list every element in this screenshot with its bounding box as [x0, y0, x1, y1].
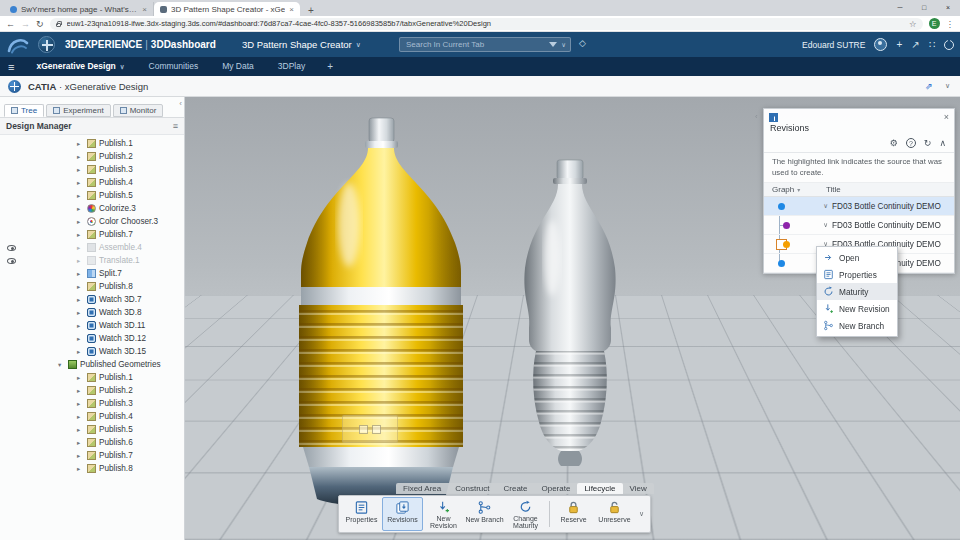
- tree-item[interactable]: ▸ Publish.7: [0, 228, 184, 241]
- bottle-gray[interactable]: [500, 158, 640, 476]
- dashboard-tab[interactable]: 3DPlay ∨: [266, 57, 317, 76]
- new-tab-button[interactable]: +: [300, 5, 322, 16]
- revision-node[interactable]: [776, 239, 787, 250]
- tree-item[interactable]: ▸ Publish.3: [0, 397, 184, 410]
- tree-item[interactable]: ▸ Watch 3D.11: [0, 319, 184, 332]
- left-panel-tab[interactable]: Tree: [4, 104, 44, 117]
- tab-close-icon[interactable]: ×: [289, 5, 294, 14]
- action-bar-tab[interactable]: Fixed Area: [396, 483, 448, 494]
- context-menu-item[interactable]: Properties: [817, 266, 897, 283]
- tree-item[interactable]: ▸ Watch 3D.15: [0, 345, 184, 358]
- url-field-container[interactable]: ☆: [50, 18, 923, 30]
- tree-item[interactable]: ▸ Publish.7: [0, 449, 184, 462]
- panel-menu-icon[interactable]: ≡: [173, 121, 178, 131]
- expand-arrow-icon[interactable]: ▸: [77, 231, 84, 239]
- tree-item[interactable]: ▸ Publish.1: [0, 137, 184, 150]
- expand-arrow-icon[interactable]: ▸: [77, 439, 84, 447]
- tree-item[interactable]: ▸ Publish.2: [0, 150, 184, 163]
- expand-arrow-icon[interactable]: ▸: [77, 400, 84, 408]
- tree-item[interactable]: ▸ Colorize.3: [0, 202, 184, 215]
- browser-profile-badge[interactable]: E: [929, 18, 940, 29]
- share-icon[interactable]: ↗: [911, 39, 919, 50]
- tree-item[interactable]: ▸ Publish.3: [0, 163, 184, 176]
- tree-item[interactable]: ▸ Publish.6: [0, 436, 184, 449]
- collapse-icon[interactable]: ∧: [939, 138, 946, 148]
- action-bar-tab[interactable]: Create: [496, 483, 534, 494]
- context-menu-item[interactable]: New Branch: [817, 317, 897, 334]
- tree-item[interactable]: ▸ Publish.8: [0, 280, 184, 293]
- close-icon[interactable]: ×: [936, 0, 960, 16]
- tab-close-icon[interactable]: ×: [142, 5, 147, 14]
- expand-arrow-icon[interactable]: ▸: [77, 387, 84, 395]
- help-icon[interactable]: ?: [906, 138, 916, 148]
- left-panel-tab[interactable]: Monitor: [113, 104, 164, 117]
- expand-arrow-icon[interactable]: ▾: [58, 361, 65, 369]
- back-icon[interactable]: ←: [6, 19, 15, 29]
- expand-arrow-icon[interactable]: ▸: [77, 140, 84, 148]
- revision-row[interactable]: ∨ FD03 Bottle Continuity DEMO: [764, 197, 954, 216]
- revision-node[interactable]: [776, 201, 787, 212]
- tree-item[interactable]: ▾ Published Geometries: [0, 358, 184, 371]
- action-button[interactable]: Unreserve: [594, 497, 635, 531]
- panel-collapse-icon[interactable]: ‹: [179, 99, 182, 108]
- dashboard-tab[interactable]: My Data ∨: [210, 57, 266, 76]
- action-bar-tab[interactable]: Lifecycle: [577, 483, 622, 494]
- action-bar-tab[interactable]: Operate: [535, 483, 578, 494]
- minimize-icon[interactable]: ─: [888, 0, 912, 16]
- context-menu-item[interactable]: Open: [817, 249, 897, 266]
- revision-node[interactable]: [776, 258, 787, 269]
- tree-item[interactable]: ▸ Watch 3D.12: [0, 332, 184, 345]
- expand-arrow-icon[interactable]: ▸: [77, 270, 84, 278]
- expand-arrow-icon[interactable]: ▸: [77, 257, 84, 265]
- expand-arrow-icon[interactable]: ▸: [77, 296, 84, 304]
- expand-arrow-icon[interactable]: ▸: [77, 322, 84, 330]
- browser-tab-2[interactable]: 3D Pattern Shape Creator - xGe ×: [154, 2, 300, 16]
- column-title[interactable]: Title: [826, 185, 841, 194]
- context-menu-item[interactable]: Maturity: [817, 283, 897, 300]
- tree-item[interactable]: ▸ Watch 3D.8: [0, 306, 184, 319]
- tree-item[interactable]: ▸ Publish.1: [0, 371, 184, 384]
- expand-arrow-icon[interactable]: ▸: [77, 283, 84, 291]
- forward-icon[interactable]: →: [21, 19, 30, 29]
- expand-arrow-icon[interactable]: ▸: [77, 335, 84, 343]
- url-input[interactable]: [65, 18, 905, 29]
- expand-arrow-icon[interactable]: ▸: [77, 413, 84, 421]
- tree-item[interactable]: ▸ Publish.4: [0, 176, 184, 189]
- expand-arrow-icon[interactable]: ▸: [77, 244, 84, 252]
- action-button[interactable]: Revisions: [382, 497, 423, 531]
- close-icon[interactable]: ×: [944, 112, 949, 122]
- viewport-manipulator[interactable]: [342, 415, 398, 443]
- dashboard-tab[interactable]: xGenerative Design ∨: [24, 57, 136, 76]
- filter-icon[interactable]: [549, 42, 557, 47]
- context-menu-item[interactable]: New Revision: [817, 300, 897, 317]
- left-panel-tab[interactable]: Experiment: [46, 104, 110, 117]
- expand-arrow-icon[interactable]: ▸: [77, 153, 84, 161]
- tree-item[interactable]: ▸ Publish.2: [0, 384, 184, 397]
- manipulator-handle[interactable]: [372, 425, 381, 434]
- compass-icon[interactable]: [8, 80, 21, 93]
- expand-arrow-icon[interactable]: ▸: [77, 465, 84, 473]
- chevron-down-icon[interactable]: ∨: [823, 202, 828, 210]
- expand-arrow-icon[interactable]: ▸: [77, 179, 84, 187]
- browser-tab-1[interactable]: SwYmers home page - What's up ×: [4, 2, 154, 16]
- chevron-down-icon[interactable]: ∨: [945, 82, 950, 90]
- bookmark-star-icon[interactable]: ☆: [909, 19, 917, 29]
- action-button[interactable]: New Revision: [423, 497, 464, 531]
- tree-item[interactable]: ▸ Publish.5: [0, 189, 184, 202]
- manipulator-handle[interactable]: [359, 425, 368, 434]
- bottle-yellow[interactable]: [293, 115, 470, 515]
- tree-item[interactable]: ▸ Split.7: [0, 267, 184, 280]
- browser-menu-icon[interactable]: ⋮: [946, 19, 955, 29]
- chevron-down-icon[interactable]: ∨: [823, 221, 828, 229]
- apps-icon[interactable]: ∷: [929, 39, 935, 50]
- search-input[interactable]: [404, 39, 545, 50]
- refresh-icon[interactable]: ↻: [924, 138, 932, 148]
- reload-icon[interactable]: ↻: [36, 19, 44, 29]
- hamburger-icon[interactable]: ≡: [8, 61, 14, 73]
- expand-arrow-icon[interactable]: ▸: [77, 452, 84, 460]
- compass-icon[interactable]: [38, 36, 55, 53]
- more-actions-icon[interactable]: ∨: [635, 510, 648, 518]
- avatar-icon[interactable]: [874, 38, 887, 51]
- expand-arrow-icon[interactable]: ▸: [77, 348, 84, 356]
- action-button[interactable]: Change Maturity: [505, 497, 546, 531]
